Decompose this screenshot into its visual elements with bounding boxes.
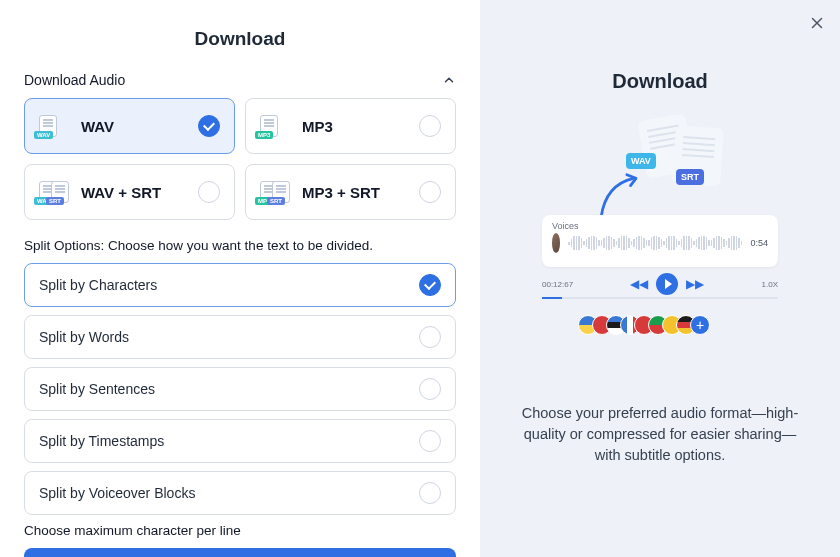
forward-icon: ▶▶ — [686, 277, 704, 291]
preview-description: Choose your preferred audio format—high-… — [520, 403, 800, 466]
avatar — [552, 233, 560, 253]
format-option-wav[interactable]: WAV WAV — [24, 98, 235, 154]
format-option-wav-srt[interactable]: WAV SRT WAV + SRT — [24, 164, 235, 220]
waveform-icon — [568, 234, 742, 252]
format-label: WAV + SRT — [81, 184, 188, 201]
wav-tag-icon: WAV — [626, 153, 656, 169]
split-option-label: Split by Words — [39, 329, 129, 345]
progress-bar — [542, 297, 778, 299]
settings-panel: Download Download Audio WAV WAV MP3 MP3 … — [0, 0, 480, 557]
radio-unchecked-icon — [419, 115, 441, 137]
split-options-list: Split by Characters Split by Words Split… — [24, 263, 456, 515]
split-option-timestamps[interactable]: Split by Timestamps — [24, 419, 456, 463]
close-button[interactable] — [808, 12, 826, 38]
radio-unchecked-icon — [198, 181, 220, 203]
voices-label: Voices — [552, 221, 768, 231]
split-option-characters[interactable]: Split by Characters — [24, 263, 456, 307]
split-option-sentences[interactable]: Split by Sentences — [24, 367, 456, 411]
player-speed: 1.0X — [762, 280, 778, 289]
format-option-mp3[interactable]: MP3 MP3 — [245, 98, 456, 154]
player-time: 00:12:67 — [542, 280, 573, 289]
preview-panel: Download WAV SRT Voices 0:54 00:12:67 ◀◀ — [480, 0, 840, 557]
wav-file-icon: WAV — [39, 112, 71, 140]
mp3-file-icon: MP3 — [260, 112, 292, 140]
radio-checked-icon — [419, 274, 441, 296]
download-button[interactable]: Download — [24, 548, 456, 557]
wav-srt-file-icon: WAV SRT — [39, 178, 71, 206]
radio-checked-icon — [198, 115, 220, 137]
split-option-words[interactable]: Split by Words — [24, 315, 456, 359]
play-icon — [656, 273, 678, 295]
preview-title: Download — [520, 70, 800, 93]
format-option-mp3-srt[interactable]: MP3 SRT MP3 + SRT — [245, 164, 456, 220]
radio-unchecked-icon — [419, 482, 441, 504]
split-option-voiceover-blocks[interactable]: Split by Voiceover Blocks — [24, 471, 456, 515]
format-label: MP3 — [302, 118, 409, 135]
split-option-label: Split by Timestamps — [39, 433, 164, 449]
format-label: MP3 + SRT — [302, 184, 409, 201]
split-option-label: Split by Characters — [39, 277, 157, 293]
format-label: WAV — [81, 118, 188, 135]
plus-icon: + — [690, 315, 710, 335]
chevron-up-icon — [442, 73, 456, 87]
radio-unchecked-icon — [419, 326, 441, 348]
voice-duration: 0:54 — [750, 238, 768, 248]
download-illustration: WAV SRT Voices 0:54 00:12:67 ◀◀ ▶▶ 1.0X — [530, 123, 790, 383]
max-char-footnote: Choose maximum character per line — [24, 523, 456, 538]
radio-unchecked-icon — [419, 181, 441, 203]
download-audio-label: Download Audio — [24, 72, 125, 88]
language-flags: + — [578, 315, 710, 335]
player-row: 00:12:67 ◀◀ ▶▶ 1.0X — [542, 273, 778, 295]
split-options-label: Split Options: Choose how you want the t… — [24, 238, 456, 253]
format-grid: WAV WAV MP3 MP3 WAV SRT WAV + SRT MP3 SR… — [24, 98, 456, 220]
rewind-icon: ◀◀ — [630, 277, 648, 291]
radio-unchecked-icon — [419, 378, 441, 400]
voices-card: Voices 0:54 — [542, 215, 778, 267]
srt-tag-icon: SRT — [676, 169, 704, 185]
split-option-label: Split by Sentences — [39, 381, 155, 397]
radio-unchecked-icon — [419, 430, 441, 452]
page-title: Download — [24, 28, 456, 50]
download-audio-header[interactable]: Download Audio — [24, 72, 456, 88]
mp3-srt-file-icon: MP3 SRT — [260, 178, 292, 206]
split-option-label: Split by Voiceover Blocks — [39, 485, 195, 501]
